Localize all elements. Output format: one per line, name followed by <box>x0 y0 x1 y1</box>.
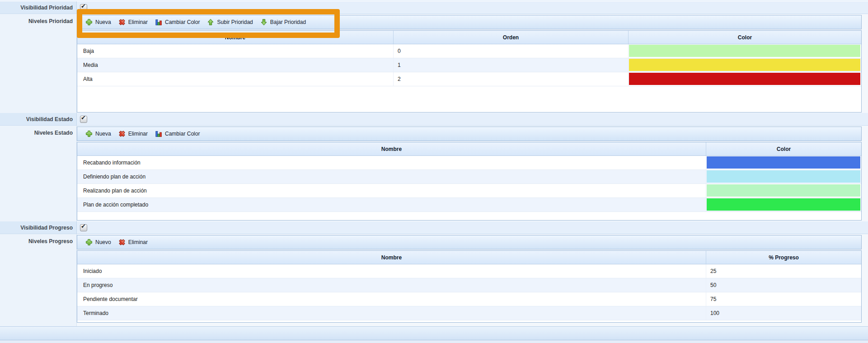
toolbar-button-cambiar-color[interactable]: Cambiar Color <box>151 17 203 27</box>
grid-header-row: NombreOrdenColor <box>77 31 861 44</box>
visibilidad-prioridad-label: Visibilidad Prioridad <box>0 1 77 14</box>
column-header-nombre[interactable]: Nombre <box>77 251 706 264</box>
column-header-progreso[interactable]: % Progreso <box>706 251 861 264</box>
toolbar-button-label: Cambiar Color <box>165 19 200 25</box>
column-header-orden[interactable]: Orden <box>394 31 629 44</box>
visibility-row-content <box>77 113 868 125</box>
bottom-edge-strip <box>0 340 868 343</box>
cell-nombre: Pendiente documentar <box>77 292 706 306</box>
cell-nombre: En progreso <box>77 278 706 292</box>
color-swatch <box>629 73 860 85</box>
visibilidad-estado-label: Visibilidad Estado <box>0 113 77 125</box>
color-cell <box>629 44 861 58</box>
color-cell <box>706 198 861 211</box>
cell-orden: 2 <box>394 72 629 86</box>
column-header-nombre[interactable]: Nombre <box>77 31 394 44</box>
levels-grid: NombreColor Recabando informaciónDefinie… <box>77 142 862 221</box>
estado-table-row[interactable]: Recabando información <box>77 156 861 170</box>
levels-row: Niveles Prioridad NuevaEliminarCambiar C… <box>0 14 868 113</box>
estado-table-row[interactable]: Definiendo plan de acción <box>77 170 861 184</box>
progreso-toolbar: NuevoEliminar <box>77 235 862 249</box>
footer-bar <box>0 326 868 340</box>
toolbar-button-cambiar-color[interactable]: Cambiar Color <box>151 129 203 139</box>
settings-page: Visibilidad Prioridad Niveles Prioridad … <box>0 0 868 343</box>
column-header-nombre[interactable]: Nombre <box>77 142 706 155</box>
cell-nombre: Media <box>77 58 394 72</box>
colors-chart-icon <box>155 130 162 137</box>
cell-nombre: Iniciado <box>77 264 706 278</box>
toolbar-button-nueva[interactable]: Nueva <box>82 17 115 27</box>
progreso-table-row[interactable]: Pendiente documentar75 <box>77 292 861 306</box>
niveles-prioridad-label: Niveles Prioridad <box>0 14 77 113</box>
levels-content: NuevaEliminarCambiar ColorSubir Priorida… <box>77 14 868 113</box>
add-icon <box>85 239 93 246</box>
toolbar-button-label: Eliminar <box>128 131 148 137</box>
toolbar-button-nuevo[interactable]: Nuevo <box>82 237 115 247</box>
levels-grid: Nombre% Progreso Iniciado25En progreso50… <box>77 250 862 323</box>
color-cell <box>706 184 861 197</box>
prioridad-table-row[interactable]: Media1 <box>77 58 861 72</box>
color-swatch <box>707 198 860 211</box>
estado-table-row[interactable]: Plan de acción completado <box>77 198 861 212</box>
estado-visibility-checkbox[interactable] <box>80 116 87 123</box>
column-header-color[interactable]: Color <box>629 31 861 44</box>
cell-progreso: 100 <box>706 306 861 320</box>
toolbar-button-label: Eliminar <box>128 239 148 245</box>
prioridad-visibility-checkbox[interactable] <box>80 4 87 11</box>
color-cell <box>706 170 861 183</box>
toolbar-button-nueva[interactable]: Nueva <box>82 129 115 139</box>
toolbar-button-label: Nuevo <box>95 239 111 245</box>
cell-nombre: Recabando información <box>77 156 706 169</box>
estado-table-row[interactable]: Realizando plan de acción <box>77 184 861 198</box>
color-cell <box>706 156 861 169</box>
levels-row: Niveles Estado NuevaEliminarCambiar Colo… <box>0 126 868 221</box>
niveles-progreso-label: Niveles Progreso <box>0 234 77 326</box>
estado-toolbar: NuevaEliminarCambiar Color <box>77 127 862 141</box>
color-swatch <box>707 170 860 183</box>
add-icon <box>85 130 93 137</box>
cell-orden: 0 <box>394 44 629 58</box>
levels-content: NuevoEliminar Nombre% Progreso Iniciado2… <box>77 234 868 326</box>
grid-body: Recabando informaciónDefiniendo plan de … <box>77 156 861 212</box>
visibility-row-content <box>77 221 868 234</box>
progreso-visibility-checkbox[interactable] <box>80 224 87 231</box>
color-swatch <box>629 45 860 57</box>
toolbar-button-subir-prioridad[interactable]: Subir Prioridad <box>203 17 256 27</box>
toolbar-button-bajar-prioridad[interactable]: Bajar Prioridad <box>257 17 310 27</box>
color-swatch <box>629 59 860 71</box>
arrow-down-icon <box>260 19 267 26</box>
cell-progreso: 50 <box>706 278 861 292</box>
progreso-table-row[interactable]: Terminado100 <box>77 306 861 320</box>
prioridad-table-row[interactable]: Baja0 <box>77 44 861 58</box>
visibility-row: Visibilidad Progreso <box>0 221 868 234</box>
grid-body: Iniciado25En progreso50Pendiente documen… <box>77 264 861 320</box>
colors-chart-icon <box>155 19 162 26</box>
grid-body: Baja0Media1Alta2 <box>77 44 861 86</box>
toolbar-button-label: Cambiar Color <box>165 131 200 137</box>
toolbar-button-label: Bajar Prioridad <box>270 19 306 25</box>
visibilidad-progreso-label: Visibilidad Progreso <box>0 221 77 234</box>
color-cell <box>629 58 861 72</box>
prioridad-table-row[interactable]: Alta2 <box>77 72 861 86</box>
toolbar-button-label: Subir Prioridad <box>217 19 253 25</box>
delete-icon <box>118 19 126 26</box>
delete-icon <box>118 130 126 137</box>
color-swatch <box>707 184 860 197</box>
visibility-row: Visibilidad Estado <box>0 113 868 126</box>
toolbar-button-eliminar[interactable]: Eliminar <box>115 237 151 247</box>
column-header-color[interactable]: Color <box>706 142 861 155</box>
visibility-row: Visibilidad Prioridad <box>0 1 868 14</box>
progreso-table-row[interactable]: En progreso50 <box>77 278 861 292</box>
cell-nombre: Plan de acción completado <box>77 198 706 211</box>
toolbar-button-eliminar[interactable]: Eliminar <box>115 129 151 139</box>
grid-header-row: NombreColor <box>77 142 861 156</box>
niveles-estado-label: Niveles Estado <box>0 126 77 221</box>
delete-icon <box>118 239 126 246</box>
levels-content: NuevaEliminarCambiar Color NombreColor R… <box>77 126 868 221</box>
cell-progreso: 25 <box>706 264 861 278</box>
progreso-table-row[interactable]: Iniciado25 <box>77 264 861 278</box>
cell-nombre: Terminado <box>77 306 706 320</box>
toolbar-button-eliminar[interactable]: Eliminar <box>115 17 151 27</box>
toolbar-button-label: Nueva <box>95 19 111 25</box>
levels-grid: NombreOrdenColor Baja0Media1Alta2 <box>77 30 862 113</box>
